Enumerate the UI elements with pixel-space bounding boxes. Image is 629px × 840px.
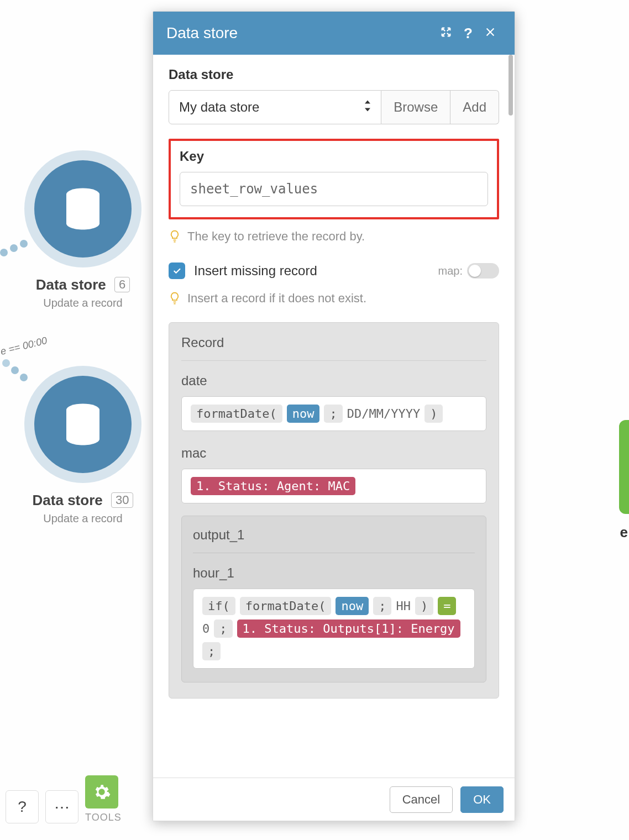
side-letter: e (620, 524, 629, 541)
tools-group: TOOLS (85, 775, 122, 823)
key-section: Key sheet_row_values (169, 139, 499, 219)
side-node-edge (619, 420, 629, 514)
token-fn: formatDate( (191, 405, 282, 423)
question-icon: ? (464, 25, 473, 41)
tools-label: TOOLS (85, 812, 122, 823)
filter-label: e == 00:00 (0, 335, 48, 358)
help-button[interactable]: ? (457, 25, 479, 42)
ok-button[interactable]: OK (460, 786, 504, 813)
lightbulb-icon (169, 230, 181, 243)
token-keyword: now (287, 405, 320, 423)
data-store-value: My data store (179, 99, 259, 115)
key-label: Key (180, 149, 488, 164)
token-variable: 1. Status: Agent: MAC (191, 477, 355, 495)
map-toggle-group: map: (438, 263, 499, 279)
expand-button[interactable] (435, 25, 457, 42)
dialog-body: Data store My data store Browse Add Key … (153, 55, 515, 778)
token-fn: formatDate( (240, 597, 332, 615)
token-variable: 1. Status: Outputs[1]: Energy (237, 620, 460, 638)
output1-block: output_1 hour_1 if( formatDate( now ; HH… (181, 516, 486, 683)
mac-expression-input[interactable]: 1. Status: Agent: MAC (181, 469, 486, 503)
scrollbar-thumb[interactable] (509, 55, 513, 116)
node-title: Data store 6 (28, 276, 138, 293)
close-icon (484, 26, 496, 38)
database-icon (58, 184, 108, 234)
node-icon (34, 160, 132, 258)
date-label: date (181, 373, 486, 389)
token-text: DD/MM/YYYY (347, 407, 420, 421)
key-hint: The key to retrieve the record by. (169, 229, 499, 244)
key-input-value: sheet_row_values (190, 181, 318, 197)
token-fn: if( (202, 597, 235, 615)
more-button[interactable]: ⋯ (45, 790, 78, 823)
token-fn: ) (415, 597, 433, 615)
token-text: 0 (202, 622, 209, 636)
token-operator: = (438, 597, 456, 615)
insert-missing-checkbox[interactable] (169, 262, 185, 279)
dialog-title: Data store (166, 24, 435, 42)
cancel-button[interactable]: Cancel (390, 786, 453, 813)
gear-icon (92, 783, 111, 801)
mac-label: mac (181, 445, 486, 461)
token-sep: ; (202, 642, 221, 660)
insert-hint: Insert a record if it does not exist. (169, 291, 499, 306)
expand-icon (440, 26, 452, 38)
insert-hint-text: Insert a record if it does not exist. (187, 291, 366, 306)
close-button[interactable] (479, 25, 501, 42)
dialog-header: Data store ? (153, 12, 515, 55)
bottom-toolbar: ? ⋯ TOOLS (6, 775, 122, 823)
token-sep: ; (373, 597, 391, 615)
node-title-text: Data store (36, 276, 106, 293)
output1-title: output_1 (193, 527, 475, 553)
insert-missing-label: Insert missing record (194, 263, 317, 279)
help-button[interactable]: ? (6, 790, 39, 823)
date-expression-input[interactable]: formatDate( now ; DD/MM/YYYY ) (181, 396, 486, 431)
record-block: Record date formatDate( now ; DD/MM/YYYY… (169, 322, 499, 699)
node-icon (34, 376, 132, 473)
record-title: Record (181, 335, 486, 361)
lightbulb-icon (169, 292, 181, 305)
data-store-dialog: Data store ? Data store My data store Br… (153, 11, 515, 821)
chevron-updown-icon (364, 101, 371, 114)
hour1-expression-input[interactable]: if( formatDate( now ; HH ) = 0 ; 1. Stat… (193, 589, 475, 669)
question-icon: ? (18, 798, 27, 816)
token-sep: ; (324, 405, 342, 423)
token-fn: ) (424, 405, 443, 423)
data-store-select[interactable]: My data store (169, 90, 381, 124)
token-text: HH (396, 599, 411, 613)
node-title: Data store 30 (28, 492, 138, 509)
map-toggle[interactable] (467, 263, 499, 279)
add-button[interactable]: Add (450, 90, 499, 124)
database-icon (58, 400, 108, 449)
tools-button[interactable] (85, 775, 118, 809)
insert-missing-row: Insert missing record map: (169, 262, 499, 279)
key-input[interactable]: sheet_row_values (180, 172, 488, 206)
node-subtitle: Update a record (28, 297, 138, 309)
hour1-label: hour_1 (193, 565, 475, 581)
data-store-label: Data store (169, 67, 499, 82)
check-icon (172, 266, 182, 276)
node-data-store-30[interactable]: Data store 30 Update a record (28, 376, 138, 525)
node-data-store-6[interactable]: Data store 6 Update a record (28, 160, 138, 309)
browse-button[interactable]: Browse (381, 90, 450, 124)
node-badge: 6 (114, 277, 130, 292)
node-subtitle: Update a record (28, 512, 138, 525)
token-keyword: now (336, 597, 369, 615)
dialog-footer: Cancel OK (153, 778, 515, 821)
token-sep: ; (214, 620, 232, 638)
key-hint-text: The key to retrieve the record by. (187, 229, 365, 244)
map-label: map: (438, 265, 463, 277)
ellipsis-icon: ⋯ (54, 798, 70, 816)
data-store-row: My data store Browse Add (169, 90, 499, 124)
node-title-text: Data store (33, 492, 103, 508)
node-badge: 30 (111, 492, 133, 508)
